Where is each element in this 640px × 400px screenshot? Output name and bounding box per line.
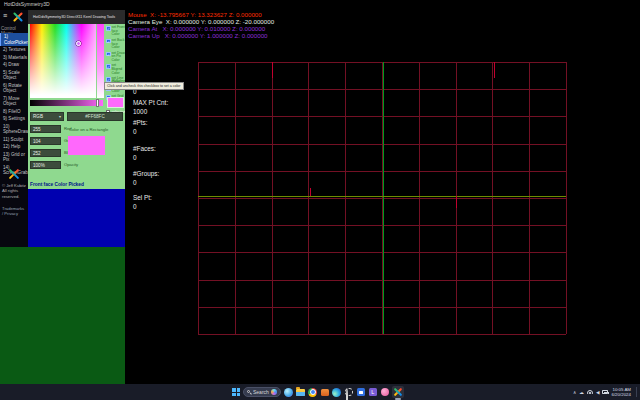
color-mode-select[interactable]: RGB ▾ xyxy=(30,112,64,121)
cloud-icon[interactable]: ☁ xyxy=(579,390,584,395)
hotdds-app-taskbar-icon[interactable] xyxy=(392,386,404,398)
file-explorer-icon[interactable] xyxy=(296,388,305,397)
picked-color-swatch xyxy=(107,97,124,108)
clock[interactable]: 10:05 AM 6/20/2024 xyxy=(611,387,631,398)
sidebar-item-draw[interactable]: 4) Draw xyxy=(0,61,28,69)
faces-label: #Faces: xyxy=(133,145,156,152)
tool-window-title: HotDdsSymmetry3D DirectX11 Kernl Drawing… xyxy=(28,10,125,24)
copilot-icon[interactable] xyxy=(284,388,293,397)
front-face-color-rect xyxy=(28,189,125,247)
chrome-icon[interactable] xyxy=(308,388,317,397)
grid-line xyxy=(566,62,567,334)
rect-swatch-caption: Color on a Rectangle xyxy=(69,127,108,132)
sidebar-item-rotate-object[interactable]: 6) Rotate Object xyxy=(0,82,28,95)
start-icon[interactable] xyxy=(232,388,240,396)
grid xyxy=(198,62,566,334)
color-picker-panel: ✓ set Front face Color ✓ set Back face C… xyxy=(28,24,125,247)
system-tray: ∧ ☁ ◀ 10:05 AM 6/20/2024 xyxy=(573,384,637,400)
sidebar-item-settings[interactable]: 9) Settings xyxy=(0,115,28,123)
menu-icon[interactable]: ≡ xyxy=(3,11,7,21)
checkbox-checked-icon[interactable]: ✓ xyxy=(106,64,111,69)
blue-field[interactable]: 252 xyxy=(30,149,61,157)
sidebar-item-scale-object[interactable]: 5) Scale Object xyxy=(0,69,28,82)
groups-value: 0 xyxy=(133,179,137,186)
wifi-icon[interactable] xyxy=(587,390,593,394)
camera-at-readout: Camera At X: 0.000000 Y: 0.010000 Z: 0.0… xyxy=(128,25,265,32)
grid-line xyxy=(198,196,566,197)
color-rectangle-swatch xyxy=(68,136,105,155)
sidebar-item-colorpicker[interactable]: 1) ColorPicker xyxy=(0,33,28,46)
desktop: HotDdsSymmetry3D ≡ Control Menu 1) Color… xyxy=(0,0,640,400)
sidebar-item-help[interactable]: 12) Help xyxy=(0,143,28,151)
sidebar-item-materials[interactable]: 3) Materials xyxy=(0,54,28,62)
sidebar-item-textures[interactable]: 2) Textures xyxy=(0,46,28,54)
checkbox-row: ✓ set Front face Color xyxy=(106,26,125,37)
store-icon[interactable] xyxy=(356,388,365,397)
app-logo-icon xyxy=(8,168,20,180)
sidebar-item-move-object[interactable]: 7) Move Object xyxy=(0,95,28,108)
clock-time: 10:05 AM xyxy=(612,387,631,392)
sidebar-item-sculpt[interactable]: 11) Sculpt xyxy=(0,136,28,144)
grid-line xyxy=(198,116,566,117)
slider-handle[interactable] xyxy=(96,99,99,107)
checkbox-row: ✓ set Bkgrnd Color xyxy=(106,64,125,75)
bing-copilot-icon xyxy=(271,389,278,396)
legal-link[interactable]: Trademarks / Privacy xyxy=(2,206,26,217)
faces-value: 0 xyxy=(133,154,137,161)
pts-label: #Pts: xyxy=(133,119,148,126)
groups-label: #Groups: xyxy=(133,170,159,177)
color-gradient-area[interactable] xyxy=(30,24,96,98)
media-app-icon[interactable] xyxy=(380,388,389,397)
pts-value: 0 xyxy=(133,128,137,135)
hex-value-field[interactable]: #FF68FC xyxy=(67,112,123,121)
chevron-up-icon[interactable]: ∧ xyxy=(573,390,576,395)
checkbox-checked-icon[interactable]: ✓ xyxy=(106,26,111,31)
grid-line xyxy=(272,62,273,78)
edge-icon[interactable] xyxy=(332,388,341,397)
checkbox-row: ✓ set Draw on Pix Color xyxy=(106,52,125,63)
settings-gear-icon[interactable] xyxy=(344,388,353,397)
opacity-field[interactable]: 100% xyxy=(30,161,61,169)
checkbox-checked-icon[interactable]: ✓ xyxy=(106,52,111,57)
max-pt-cnt-label: MAX Pt Cnt: xyxy=(133,99,168,106)
sidebar-item-fileio[interactable]: 8) FileIO xyxy=(0,108,28,116)
checkbox-label: set Draw on Pix Color xyxy=(112,52,126,63)
opacity-label: Opacity xyxy=(64,162,78,167)
value-slider[interactable] xyxy=(30,100,103,106)
grid-line xyxy=(198,225,566,226)
sidebar: ≡ Control Menu 1) ColorPicker 2) Texture… xyxy=(0,10,28,247)
grid-line xyxy=(383,62,384,334)
red-field[interactable]: 255 xyxy=(30,125,61,133)
color-cursor-icon[interactable] xyxy=(76,41,81,46)
sel-pt-label: Sel Pt: xyxy=(133,194,152,201)
grid-line xyxy=(198,171,566,172)
sidebar-item-spheredraw[interactable]: 10) SphereDraw xyxy=(0,123,28,136)
speaker-icon[interactable]: ◀ xyxy=(596,390,600,395)
checkbox-row: ✓ set Back face Color xyxy=(106,39,125,50)
app-logo-icon xyxy=(12,11,24,22)
color-mode-value: RGB xyxy=(33,114,43,119)
sidebar-item-grid-or-pix[interactable]: 13) Grid or Pix xyxy=(0,151,28,164)
checkbox-label: set Front face Color xyxy=(112,26,126,37)
max-pt-cnt-value: 1000 xyxy=(133,108,147,115)
checkbox-label: set Back face Color xyxy=(112,39,126,50)
battery-icon[interactable] xyxy=(602,390,608,393)
clock-date: 6/20/2024 xyxy=(611,392,631,397)
green-field[interactable]: 104 xyxy=(30,137,61,145)
taskbar: Search L ∧ ☁ ◀ 10:05 AM 6/20/2024 xyxy=(0,384,640,400)
grid-line xyxy=(198,144,566,145)
grid-line xyxy=(198,252,566,253)
grid-line xyxy=(198,89,566,90)
shade-strip[interactable] xyxy=(97,24,104,98)
app-l-icon[interactable]: L xyxy=(368,388,377,397)
checkbox-checked-icon[interactable]: ✓ xyxy=(106,77,111,82)
show-desktop-button[interactable] xyxy=(636,387,637,397)
orange-folder-icon[interactable] xyxy=(320,388,329,397)
taskbar-center: Search L xyxy=(232,384,404,400)
checkbox-checked-icon[interactable]: ✓ xyxy=(106,39,111,44)
lower-panel xyxy=(0,247,125,384)
grid-line xyxy=(198,280,566,281)
sidebar-menu: 1) ColorPicker 2) Textures 3) Materials … xyxy=(0,33,28,177)
search-input[interactable]: Search xyxy=(243,387,281,397)
camera-eye-readout: Camera Eye X: 0.000000 Y: 0.000000 Z: -2… xyxy=(128,18,274,25)
